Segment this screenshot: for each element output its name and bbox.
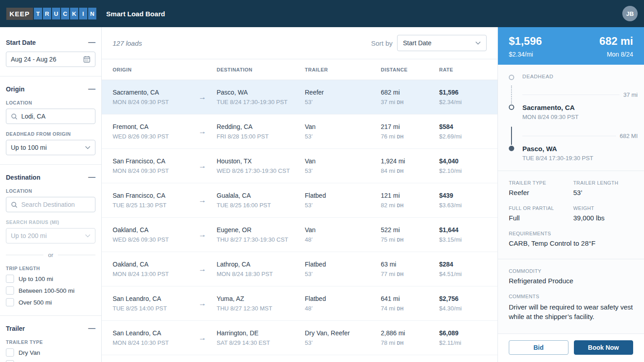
deadhead-distance: 82 mi (381, 202, 395, 209)
logo-letter-tile: I (79, 8, 87, 19)
origin-city: San Francisco, CA (113, 192, 199, 199)
table-row[interactable]: San Leandro, CATUE 8/25 14:00 PST → Yuma… (102, 286, 497, 321)
checkbox[interactable] (6, 286, 14, 295)
table-row[interactable]: Fremont, CAWED 8/26 09:30 PST → Redding,… (102, 114, 497, 149)
detail-header: $1,596 682 mi $2.34/mi Mon 8/24 (498, 27, 644, 65)
search-radius-select[interactable]: Up to 200 mi (6, 228, 95, 243)
app: KEEP T R U C K I N Smart Load Board JB S… (0, 0, 644, 362)
destination-time: MON 8/24 18:30 PST (217, 271, 305, 277)
trailer-type: Van (305, 123, 381, 130)
deadhead-distance: 77 mi (381, 271, 395, 277)
rate: $284 (439, 261, 487, 268)
deadhead-label: DEADHEAD (522, 74, 638, 86)
user-avatar[interactable]: JB (622, 6, 638, 21)
logo-letter-tile: R (43, 8, 51, 19)
checkbox[interactable] (6, 298, 14, 306)
arrow-right-icon: → (199, 299, 217, 308)
timeline-origin-city: Sacramento, CA (522, 104, 638, 111)
origin-time: WED 8/26 09:30 PST (113, 236, 199, 243)
commodity-comments: COMMODITY Refrigerated Produce COMMENTS … (498, 262, 644, 328)
table-row[interactable]: Sacramento, CAMON 8/24 09:30 PST → Pasco… (102, 80, 497, 114)
column-trailer: TRAILER (305, 67, 381, 72)
book-now-button[interactable]: Book Now (574, 340, 634, 355)
destination-time: FRI 8/28 15:00 PST (217, 133, 305, 140)
column-rate: RATE (439, 67, 487, 72)
collapse-icon[interactable]: — (88, 87, 95, 91)
table-row[interactable]: Oakland, CAWED 8/26 09:30 PST → Eugene, … (102, 218, 497, 252)
search-radius-value: Up to 200 mi (11, 232, 47, 239)
rate-per-mile: $2.10/mi (439, 167, 487, 174)
rate: $1,596 (439, 89, 487, 96)
checkbox[interactable] (6, 348, 14, 357)
trailer-section-header: Trailer — (6, 325, 95, 332)
origin-dot-icon (509, 105, 514, 110)
arrow-right-icon: → (199, 230, 217, 239)
trip-length-option[interactable]: Up to 100 mi (6, 275, 95, 283)
rate-per-mile: $4.30/mi (439, 305, 487, 312)
logo-letter-tile: T (34, 8, 42, 19)
trip-option-label: Up to 100 mi (19, 276, 53, 282)
trailer-type: Flatbed (305, 192, 381, 199)
origin-time: TUE 8/25 14:00 PST (113, 305, 199, 312)
arrow-right-icon: → (199, 127, 217, 136)
sort-by-label: Sort by (371, 39, 393, 47)
column-destination: DESTINATION (217, 67, 305, 72)
table-row[interactable]: San Francisco, CAMON 8/24 09:30 PST → Ho… (102, 149, 497, 183)
table-row[interactable]: Oakland, CAMON 8/24 13:00 PST → Lathrop,… (102, 252, 497, 286)
deadhead-from-origin-select[interactable]: Up to 100 mi (6, 140, 95, 155)
rate: $2,756 (439, 295, 487, 302)
route-timeline: DEADHEAD 37 mi Sacramento, CA MON 8/24 0… (498, 65, 644, 168)
start-date-input[interactable]: Aug 24 - Aug 26 (6, 52, 95, 67)
arrow-right-icon: → (199, 162, 217, 171)
trip-length-option[interactable]: Over 500 mi (6, 298, 95, 306)
destination-city: Lathrop, CA (217, 261, 305, 268)
deadhead-distance: 76 mi (381, 133, 395, 140)
trailer-type-value: Reefer (509, 189, 569, 196)
deadhead-from-origin-value: Up to 100 mi (11, 144, 47, 151)
trailer-type: Dry Van, Reefer (305, 329, 381, 337)
load-info: TRAILER TYPE Reefer TRAILER LENGTH 53’ F… (498, 174, 644, 256)
checkbox[interactable] (6, 275, 14, 283)
trailer-type-option[interactable]: Reefer (6, 360, 95, 362)
sidebar-divider (0, 164, 101, 165)
start-date-value: Aug 24 - Aug 26 (11, 56, 56, 63)
arrow-right-icon: → (199, 265, 217, 274)
collapse-icon[interactable]: — (88, 40, 95, 45)
trailer-length: 53’ (305, 202, 381, 209)
origin-time: WED 8/26 09:30 PST (113, 133, 199, 140)
table-row[interactable]: San Leandro, CAMON 8/24 10:30 PST → Harr… (102, 321, 497, 355)
trailer-type: Flatbed (305, 295, 381, 302)
table-row[interactable]: San Francisco, CATUE 8/25 11:30 PST → Gu… (102, 183, 497, 218)
origin-time: MON 8/24 09:30 PST (113, 167, 199, 174)
checkbox[interactable] (6, 360, 14, 362)
trailer-type-label: TRAILER TYPE (509, 180, 569, 186)
sort-select[interactable]: Start Date (397, 35, 487, 51)
comments-value: Driver will be required to wear safety v… (509, 302, 633, 321)
chevron-down-icon (475, 41, 481, 45)
trailer-length: 48’ (305, 305, 381, 312)
bid-button[interactable]: Bid (509, 340, 568, 355)
destination-city: Yuma, AZ (217, 295, 305, 302)
dh-label: DH (397, 272, 403, 277)
rate-per-mile: $2.11/mi (439, 339, 487, 346)
trailer-length: 53’ (305, 167, 381, 174)
distance: 121 mi (381, 192, 439, 199)
destination-city: Harrington, DE (217, 329, 305, 337)
origin-city: San Francisco, CA (113, 157, 199, 165)
rate: $4,040 (439, 157, 487, 165)
trailer-type-option[interactable]: Dry Van (6, 348, 95, 357)
deadhead-distance: 37 mi (381, 99, 395, 105)
destination-city: Pasco, WA (217, 89, 305, 96)
destination-time: THU 8/27 17:30-19:30 CST (217, 236, 305, 243)
destination-location-input[interactable] (21, 201, 90, 208)
trip-length-option[interactable]: Between 100-500 mi (6, 286, 95, 295)
collapse-icon[interactable]: — (88, 326, 95, 331)
origin-location-input[interactable] (21, 113, 90, 120)
panel-divider (498, 259, 644, 259)
deadhead-distance: 74 mi (381, 305, 395, 312)
collapse-icon[interactable]: — (88, 175, 95, 180)
origin-city: San Leandro, CA (113, 295, 199, 302)
destination-title: Destination (6, 174, 40, 181)
rate-per-mile: $3.15/mi (439, 236, 487, 243)
deadhead-distance: 75 mi (381, 236, 395, 243)
